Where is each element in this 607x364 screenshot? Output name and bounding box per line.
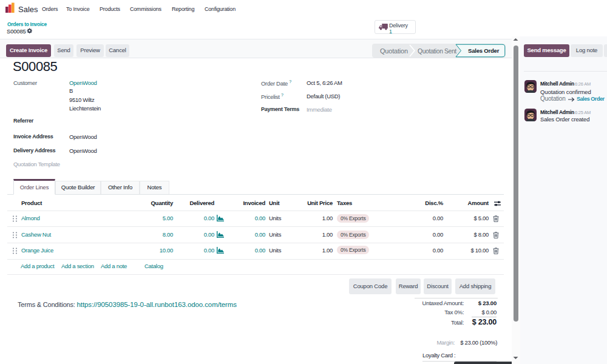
svg-text:Quotation: Quotation <box>380 47 408 55</box>
svg-text:Sales Order: Sales Order <box>468 47 500 54</box>
svg-text:Quotation Sent: Quotation Sent <box>418 48 456 55</box>
